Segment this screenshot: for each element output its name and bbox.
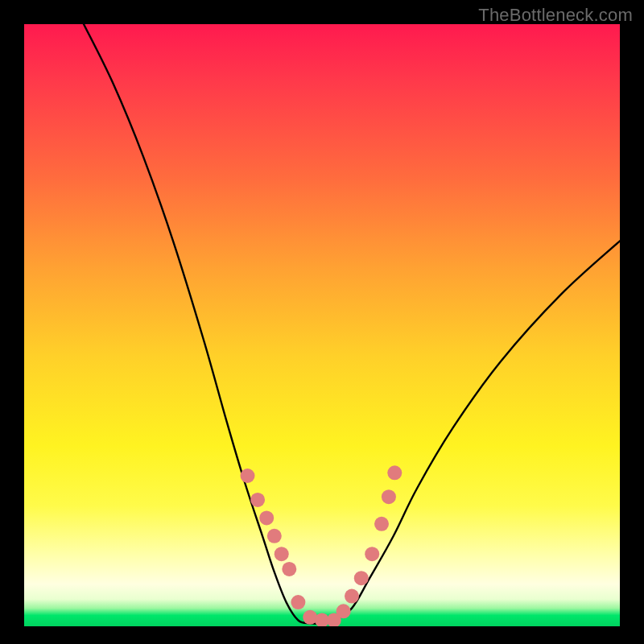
curve-marker bbox=[250, 493, 265, 507]
curve-marker bbox=[354, 571, 369, 585]
curve-marker bbox=[275, 547, 289, 561]
curve-marker bbox=[259, 510, 274, 525]
curve-marker bbox=[267, 529, 282, 543]
bottleneck-curve bbox=[24, 24, 620, 626]
curve-marker bbox=[241, 469, 255, 483]
plot-area bbox=[24, 24, 620, 626]
curve-marker bbox=[387, 465, 402, 480]
curve-marker bbox=[345, 589, 359, 604]
curve-marker bbox=[374, 517, 389, 531]
highlight-dots bbox=[241, 465, 402, 626]
curve-marker bbox=[365, 547, 379, 561]
curve-marker bbox=[282, 562, 296, 576]
chart-frame: TheBottleneck.com bbox=[0, 0, 644, 644]
curve-marker bbox=[382, 489, 396, 504]
curve-marker bbox=[291, 595, 305, 609]
curve-marker bbox=[336, 604, 351, 618]
watermark-text: TheBottleneck.com bbox=[478, 5, 633, 26]
